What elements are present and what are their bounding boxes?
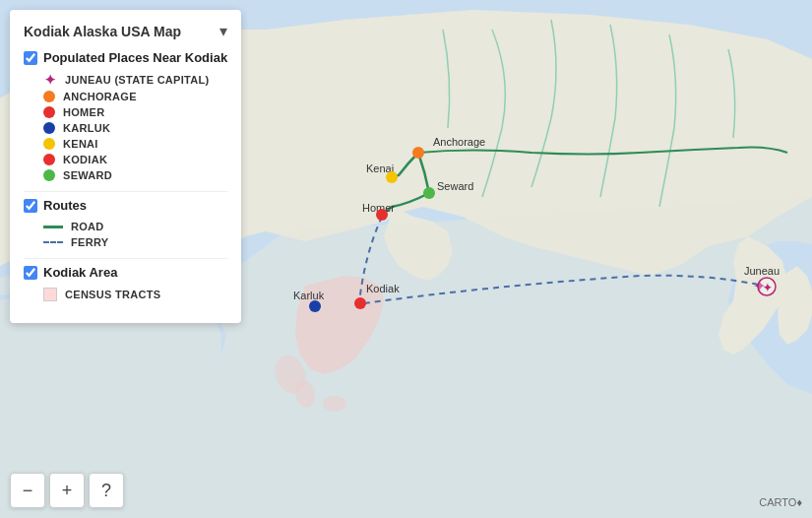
attribution-text: CARTO♦ [759,496,802,508]
routes-title: Routes [43,198,87,213]
list-item: KENAI [24,136,227,152]
legend-section-routes: Routes ROAD FERRY [24,198,227,250]
dot-icon-anchorage [43,91,55,102]
route-ferry-label: FERRY [71,236,108,248]
zoom-out-button[interactable]: − [10,473,45,508]
svg-text:Juneau: Juneau [744,265,780,277]
divider [24,191,227,192]
dot-icon-seward [43,169,55,181]
help-button[interactable]: ? [89,473,124,508]
divider-2 [24,258,227,259]
legend-panel: Kodiak Alaska USA Map ▾ Populated Places… [10,10,241,323]
legend-chevron-icon[interactable]: ▾ [219,22,227,40]
census-icon [43,288,57,301]
list-item: HOMER [24,104,227,120]
place-name-kodiak: KODIAK [63,154,107,165]
kodiak-area-checkbox[interactable] [24,266,37,280]
carto-attribution: CARTO♦ [759,496,802,508]
list-item: KODIAK [24,152,227,167]
svg-text:Seward: Seward [437,180,473,192]
place-name-karluk: KARLUK [63,122,110,134]
svg-point-11 [412,147,424,159]
map-controls: − + ? [10,473,124,508]
populated-places-checkbox[interactable] [24,51,37,65]
svg-point-14 [376,209,388,221]
dot-icon-homer [43,106,55,118]
list-item: ANCHORAGE [24,89,227,104]
dot-icon-karluk [43,122,55,134]
ferry-line-icon [43,241,63,243]
routes-header: Routes [24,198,227,213]
legend-section-kodiak-area: Kodiak Area CENSUS TRACTS [24,265,227,303]
place-name-homer: HOMER [63,106,104,118]
svg-text:Karluk: Karluk [293,290,325,301]
svg-point-12 [386,171,398,183]
place-name-kenai: KENAI [63,138,98,150]
legend-title: Kodiak Alaska USA Map [24,24,181,39]
kodiak-area-title: Kodiak Area [43,265,117,280]
zoom-in-button[interactable]: + [49,473,85,508]
list-item: CENSUS TRACTS [24,286,227,303]
dot-icon-kenai [43,138,55,150]
kodiak-area-header: Kodiak Area [24,265,227,280]
svg-text:Kodiak: Kodiak [366,283,400,294]
list-item: ROAD [24,219,227,234]
legend-title-row: Kodiak Alaska USA Map ▾ [24,22,227,40]
place-name-anchorage: ANCHORAGE [63,91,137,102]
map-container: Anchorage Kenai Seward Homer Kodiak Karl… [0,0,812,518]
svg-point-16 [309,300,321,312]
populated-places-title: Populated Places Near Kodiak [43,50,227,65]
list-item: SEWARD [24,167,227,183]
populated-places-header: Populated Places Near Kodiak [24,50,227,65]
svg-point-13 [423,187,435,199]
list-item: KARLUK [24,120,227,136]
routes-checkbox[interactable] [24,199,37,213]
legend-section-populated-places: Populated Places Near Kodiak ✦ JUNEAU (S… [24,50,227,183]
route-road-label: ROAD [71,221,104,232]
list-item: FERRY [24,234,227,250]
svg-text:✦: ✦ [763,282,772,293]
svg-point-15 [354,297,366,309]
place-name-seward: SEWARD [63,169,112,181]
census-label: CENSUS TRACTS [65,289,160,300]
place-name-juneau: JUNEAU (STATE CAPITAL) [65,74,210,86]
road-line-icon [43,226,63,228]
dot-icon-kodiak [43,154,55,165]
list-item: ✦ JUNEAU (STATE CAPITAL) [24,71,227,89]
star-icon: ✦ [43,73,57,87]
svg-text:Anchorage: Anchorage [433,136,485,148]
